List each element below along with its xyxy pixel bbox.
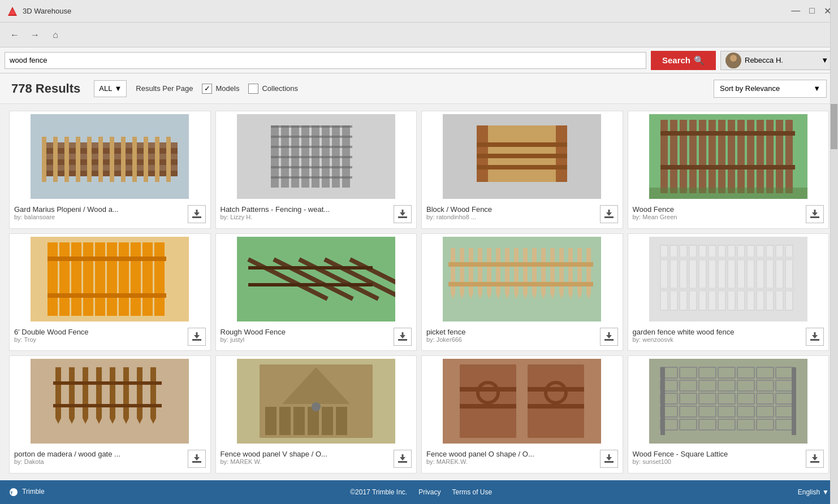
filter-all-dropdown[interactable]: ALL ▼ xyxy=(94,80,127,97)
download-button[interactable] xyxy=(188,328,206,346)
terms-link[interactable]: Terms of Use xyxy=(452,488,492,496)
svg-rect-66 xyxy=(785,120,793,193)
grid-item[interactable]: porton de madera / wood gate ... by: Dak… xyxy=(9,355,211,473)
model-author: by: Joker666 xyxy=(426,336,600,343)
user-dropdown[interactable]: Rebecca H. ▼ xyxy=(720,51,833,70)
forward-button[interactable]: → xyxy=(27,27,43,43)
download-button[interactable] xyxy=(600,205,618,223)
svg-rect-51 xyxy=(608,210,610,214)
svg-rect-152 xyxy=(53,404,162,407)
download-button[interactable] xyxy=(394,450,412,468)
download-icon xyxy=(192,332,202,342)
grid-item[interactable]: Block / Wood Fence by: ratondinho8 ... xyxy=(421,111,623,229)
model-author: by: justyl xyxy=(221,336,394,343)
model-name: porton de madera / wood gate ... xyxy=(14,450,172,458)
svg-rect-13 xyxy=(87,137,92,182)
home-button[interactable]: ⌂ xyxy=(47,27,63,43)
svg-rect-60 xyxy=(728,120,735,193)
model-author: by: MAREK.W. xyxy=(426,458,600,465)
grid-item[interactable]: Fence wood panel V shape / O... by: MARE… xyxy=(215,355,417,473)
model-author: by: balansoare xyxy=(14,214,188,220)
svg-rect-9 xyxy=(42,137,46,182)
svg-rect-138 xyxy=(660,288,795,292)
svg-rect-160 xyxy=(279,407,291,435)
grid-item[interactable]: 6' Double Wood Fence by: Troy xyxy=(9,233,211,351)
grid-item[interactable]: Fence wood panel O shape / O... by: MARE… xyxy=(421,355,623,473)
svg-marker-111 xyxy=(541,248,546,299)
download-button[interactable] xyxy=(188,205,206,223)
svg-rect-219 xyxy=(810,461,819,463)
svg-rect-130 xyxy=(728,245,735,310)
search-input[interactable] xyxy=(5,52,646,69)
svg-rect-79 xyxy=(107,242,117,316)
back-button[interactable]: ← xyxy=(7,27,23,43)
svg-marker-106 xyxy=(496,248,500,299)
svg-rect-119 xyxy=(604,339,614,341)
model-info: Hatch Patterns - Fencing - weat... by: L… xyxy=(221,205,394,220)
svg-rect-153 xyxy=(192,461,201,463)
user-name: Rebecca H. xyxy=(745,56,783,64)
model-info: Block / Wood Fence by: ratondinho8 ... xyxy=(426,205,600,220)
svg-rect-61 xyxy=(737,120,745,193)
svg-rect-127 xyxy=(699,245,706,310)
minimize-button[interactable]: — xyxy=(791,6,800,16)
svg-marker-114 xyxy=(568,248,573,299)
model-author: by: Troy xyxy=(14,336,188,343)
svg-rect-137 xyxy=(660,257,795,260)
grid-item[interactable]: picket fence by: Joker666 xyxy=(421,233,623,351)
svg-marker-104 xyxy=(478,248,482,299)
svg-rect-129 xyxy=(718,245,725,310)
footer-language[interactable]: English ▼ xyxy=(798,488,829,496)
download-button[interactable] xyxy=(394,205,412,223)
scrollbar-thumb[interactable] xyxy=(831,104,837,149)
models-filter[interactable]: ✓ Models xyxy=(202,84,239,94)
collections-filter[interactable]: Collections xyxy=(248,84,298,94)
model-name: garden fence white wood fence xyxy=(633,328,791,336)
collections-checkbox[interactable] xyxy=(248,84,258,94)
svg-rect-17 xyxy=(132,137,137,182)
download-button[interactable] xyxy=(806,205,824,223)
svg-rect-166 xyxy=(398,461,407,463)
search-button[interactable]: Search 🔍 xyxy=(651,51,716,70)
svg-marker-146 xyxy=(96,367,102,424)
svg-marker-102 xyxy=(460,248,464,299)
svg-rect-78 xyxy=(95,242,105,316)
download-button[interactable] xyxy=(806,450,824,468)
models-checkbox[interactable]: ✓ xyxy=(202,84,212,94)
grid-item[interactable]: garden fence white wood fence by: wenzoo… xyxy=(628,233,830,351)
model-thumbnail xyxy=(422,356,623,446)
search-icon: 🔍 xyxy=(694,55,705,66)
svg-rect-64 xyxy=(766,120,774,193)
svg-marker-149 xyxy=(137,367,142,424)
svg-marker-147 xyxy=(110,367,115,424)
svg-rect-75 xyxy=(59,242,70,316)
svg-rect-18 xyxy=(144,137,148,182)
model-name: picket fence xyxy=(426,328,585,336)
maximize-button[interactable]: □ xyxy=(809,6,815,16)
nav-bar: ← → ⌂ xyxy=(0,23,838,47)
grid-item[interactable]: Gard Marius Plopeni / Wood a... by: bala… xyxy=(9,111,211,229)
grid-item[interactable]: Wood Fence - Square Lattice by: sunset10… xyxy=(628,355,830,473)
download-button[interactable] xyxy=(394,328,412,346)
model-thumbnail xyxy=(10,234,210,324)
svg-rect-14 xyxy=(98,137,103,182)
privacy-link[interactable]: Privacy xyxy=(418,488,440,496)
download-button[interactable] xyxy=(600,450,618,468)
download-button[interactable] xyxy=(806,328,824,346)
model-thumbnail xyxy=(216,111,417,202)
svg-rect-11 xyxy=(64,137,69,182)
grid-item[interactable]: Wood Fence by: Mean Green xyxy=(628,111,830,229)
grid-item[interactable]: Rough Wood Fence by: justyl xyxy=(215,233,417,351)
sort-dropdown[interactable]: Sort by Relevance ▼ xyxy=(714,80,827,98)
grid-item[interactable]: Hatch Patterns - Fencing - weat... by: L… xyxy=(215,111,417,229)
svg-rect-80 xyxy=(119,242,129,316)
model-author: by: ratondinho8 ... xyxy=(426,214,600,220)
svg-rect-20 xyxy=(166,137,171,182)
model-author: by: wenzoosvk xyxy=(633,336,806,343)
footer: T Trimble ©2017 Trimble Inc. Privacy Ter… xyxy=(0,480,838,504)
scrollbar[interactable] xyxy=(830,0,838,504)
download-button[interactable] xyxy=(188,450,206,468)
svg-rect-85 xyxy=(47,293,166,298)
download-icon xyxy=(398,332,408,342)
download-button[interactable] xyxy=(600,328,618,346)
